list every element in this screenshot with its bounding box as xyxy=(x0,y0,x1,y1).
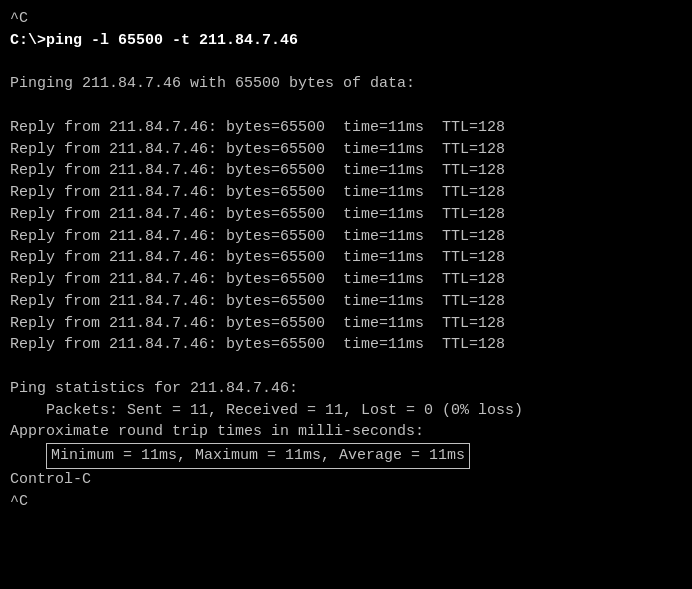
reply-line-1: Reply from 211.84.7.46: bytes=65500 time… xyxy=(10,117,682,139)
pinging-line: Pinging 211.84.7.46 with 65500 bytes of … xyxy=(10,73,682,95)
blank-line-3 xyxy=(10,356,682,378)
reply-line-3: Reply from 211.84.7.46: bytes=65500 time… xyxy=(10,160,682,182)
reply-line-8: Reply from 211.84.7.46: bytes=65500 time… xyxy=(10,269,682,291)
ctrl-c-line-1: ^C xyxy=(10,8,682,30)
reply-line-11: Reply from 211.84.7.46: bytes=65500 time… xyxy=(10,334,682,356)
reply-line-5: Reply from 211.84.7.46: bytes=65500 time… xyxy=(10,204,682,226)
control-c-line: Control-C xyxy=(10,469,682,491)
blank-line-1 xyxy=(10,52,682,74)
ctrl-c-line-2: ^C xyxy=(10,491,682,513)
minmax-line: Minimum = 11ms, Maximum = 11ms, Average … xyxy=(10,443,682,469)
packets-line: Packets: Sent = 11, Received = 11, Lost … xyxy=(10,400,682,422)
stats-box: Minimum = 11ms, Maximum = 11ms, Average … xyxy=(46,443,470,469)
terminal-window: ^C C:\>ping -l 65500 -t 211.84.7.46 Ping… xyxy=(0,0,692,589)
command-line: C:\>ping -l 65500 -t 211.84.7.46 xyxy=(10,30,682,52)
blank-line-2 xyxy=(10,95,682,117)
approx-line: Approximate round trip times in milli-se… xyxy=(10,421,682,443)
reply-line-2: Reply from 211.84.7.46: bytes=65500 time… xyxy=(10,139,682,161)
reply-line-6: Reply from 211.84.7.46: bytes=65500 time… xyxy=(10,226,682,248)
reply-line-4: Reply from 211.84.7.46: bytes=65500 time… xyxy=(10,182,682,204)
stats-header-line: Ping statistics for 211.84.7.46: xyxy=(10,378,682,400)
reply-line-7: Reply from 211.84.7.46: bytes=65500 time… xyxy=(10,247,682,269)
reply-line-9: Reply from 211.84.7.46: bytes=65500 time… xyxy=(10,291,682,313)
reply-line-10: Reply from 211.84.7.46: bytes=65500 time… xyxy=(10,313,682,335)
